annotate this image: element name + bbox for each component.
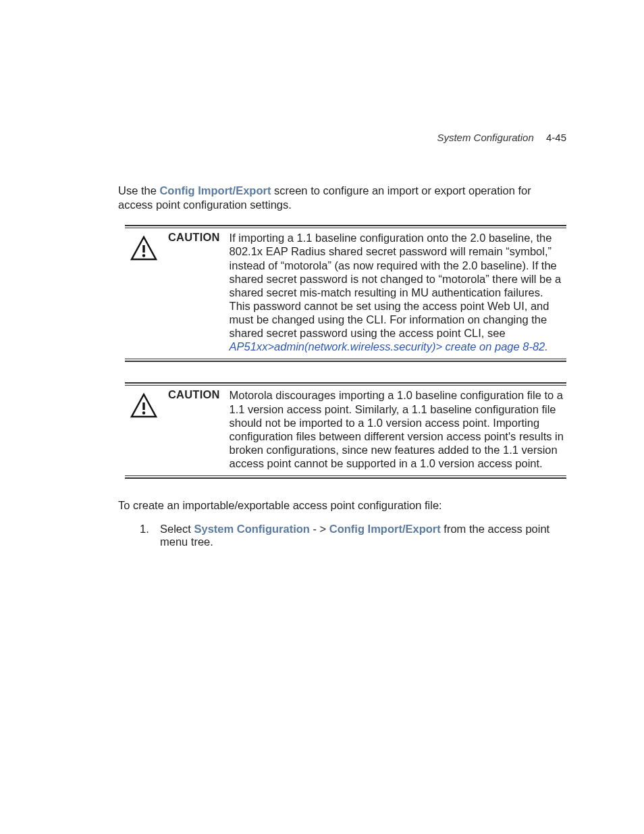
svg-rect-0 <box>142 245 144 253</box>
header-page-number: 4-45 <box>546 132 566 143</box>
step-1-menu-1: System Configuration <box>194 523 309 535</box>
step-1: 1. Select System Configuration - > Confi… <box>118 523 566 548</box>
step-1-mid: - > <box>310 523 329 535</box>
caution-icon <box>125 388 159 422</box>
caution-label: CAUTION <box>168 231 220 244</box>
caution-block-1: CAUTION If importing a 1.1 baseline conf… <box>125 225 566 362</box>
intro-text-pre: Use the <box>118 184 159 197</box>
step-1-pre: Select <box>160 523 194 535</box>
caution-text-2: Motorola discourages importing a 1.0 bas… <box>230 388 566 470</box>
caution-block-2: CAUTION Motorola discourages importing a… <box>125 382 566 479</box>
page-header: System Configuration 4-45 <box>118 132 566 143</box>
svg-rect-2 <box>142 402 144 410</box>
step-text: Select System Configuration - > Config I… <box>160 523 566 548</box>
caution-1-link[interactable]: AP51xx>admin(network.wireless.security)>… <box>230 340 548 353</box>
page-content: System Configuration 4-45 Use the Config… <box>0 0 644 548</box>
step-1-menu-2: Config Import/Export <box>329 523 441 535</box>
intro-screen-name: Config Import/Export <box>159 184 271 197</box>
svg-point-1 <box>142 255 145 257</box>
step-number: 1. <box>140 523 156 548</box>
caution-icon <box>125 231 159 265</box>
caution-text-1: If importing a 1.1 baseline configuratio… <box>230 231 566 353</box>
caution-2-body: Motorola discourages importing a 1.0 bas… <box>230 389 564 469</box>
to-create-line: To create an importable/exportable acces… <box>118 499 566 512</box>
svg-point-3 <box>142 412 145 415</box>
caution-label: CAUTION <box>168 388 220 401</box>
header-section-title: System Configuration <box>437 132 533 143</box>
intro-paragraph: Use the Config Import/Export screen to c… <box>118 184 566 211</box>
caution-1-body: If importing a 1.1 baseline configuratio… <box>230 232 562 339</box>
